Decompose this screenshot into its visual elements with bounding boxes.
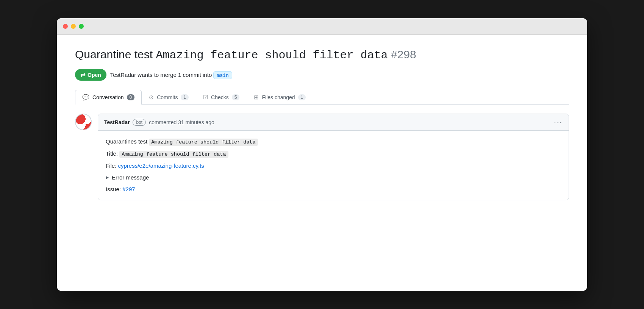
avatar xyxy=(75,114,92,130)
quarantine-code: Amazing feature should filter data xyxy=(149,139,258,146)
pr-meta: ⇄ Open TestRadar wants to merge 1 commit… xyxy=(75,69,569,81)
title-line: Title: Amazing feature should filter dat… xyxy=(106,150,561,157)
commits-icon: ⊙ xyxy=(149,94,154,101)
pr-title-code: Amazing feature should filter data xyxy=(156,49,388,62)
issue-link[interactable]: #297 xyxy=(122,186,135,192)
status-badge: ⇄ Open xyxy=(75,69,106,81)
comment-section: TestRadar bot commented 31 minutes ago ·… xyxy=(75,114,569,200)
tab-conversation[interactable]: 💬 Conversation 0 xyxy=(75,90,142,105)
issue-line: Issue: #297 xyxy=(106,186,561,192)
merge-icon: ⇄ xyxy=(80,71,85,78)
comment-box: TestRadar bot commented 31 minutes ago ·… xyxy=(98,114,569,200)
maximize-button[interactable] xyxy=(79,24,84,29)
files-changed-icon: ⊞ xyxy=(254,94,259,101)
close-button[interactable] xyxy=(63,24,68,29)
avatar-image xyxy=(75,114,92,130)
tab-checks[interactable]: ☑ Checks 5 xyxy=(196,90,247,105)
comment-menu-button[interactable]: ··· xyxy=(554,118,563,126)
pr-meta-text: TestRadar wants to merge 1 commit into xyxy=(110,72,212,78)
pr-description: TestRadar wants to merge 1 commit into m… xyxy=(110,72,232,78)
error-line: ▶ Error message xyxy=(106,174,561,181)
minimize-button[interactable] xyxy=(71,24,76,29)
tab-commits[interactable]: ⊙ Commits 1 xyxy=(142,90,196,105)
status-label: Open xyxy=(88,72,101,78)
tab-checks-count: 5 xyxy=(232,94,240,100)
pr-title-text: Quarantine test xyxy=(75,48,156,61)
tab-files-changed-label: Files changed xyxy=(262,94,295,100)
branch-badge: main xyxy=(213,71,232,79)
error-details[interactable]: ▶ Error message xyxy=(106,174,561,181)
comment-header: TestRadar bot commented 31 minutes ago ·… xyxy=(98,114,569,131)
expand-icon: ▶ xyxy=(106,175,109,180)
tab-conversation-count: 0 xyxy=(127,94,135,100)
pr-title: Quarantine test Amazing feature should f… xyxy=(75,47,569,63)
file-label: File: xyxy=(106,162,116,169)
tab-files-changed-count: 1 xyxy=(298,94,306,100)
title-label: Title: xyxy=(106,150,118,157)
page-content: Quarantine test Amazing feature should f… xyxy=(57,35,587,291)
tab-conversation-label: Conversation xyxy=(92,94,124,100)
tab-checks-label: Checks xyxy=(211,94,229,100)
tab-commits-count: 1 xyxy=(181,94,189,100)
error-label: Error message xyxy=(112,174,149,181)
titlebar xyxy=(57,18,587,35)
conversation-icon: 💬 xyxy=(82,94,89,101)
quarantine-label: Quarantines test xyxy=(106,138,147,145)
checks-icon: ☑ xyxy=(203,94,208,101)
tab-files-changed[interactable]: ⊞ Files changed 1 xyxy=(247,90,313,105)
comment-header-left: TestRadar bot commented 31 minutes ago xyxy=(104,119,214,126)
pr-number: #298 xyxy=(391,48,416,61)
quarantine-line: Quarantines test Amazing feature should … xyxy=(106,138,561,145)
comment-time: commented 31 minutes ago xyxy=(149,119,214,125)
browser-window: Quarantine test Amazing feature should f… xyxy=(57,18,587,291)
tab-commits-label: Commits xyxy=(157,94,178,100)
comment-author: TestRadar xyxy=(104,119,130,125)
bot-badge: bot xyxy=(133,119,146,126)
file-line: File: cypress/e2e/amazing-feature.cy.ts xyxy=(106,162,561,169)
file-link[interactable]: cypress/e2e/amazing-feature.cy.ts xyxy=(118,162,204,169)
title-code: Amazing feature should filter data xyxy=(119,151,228,158)
tabs-bar: 💬 Conversation 0 ⊙ Commits 1 ☑ Checks 5 … xyxy=(75,90,569,105)
issue-label: Issue: xyxy=(106,186,121,192)
comment-body: Quarantines test Amazing feature should … xyxy=(98,131,569,200)
